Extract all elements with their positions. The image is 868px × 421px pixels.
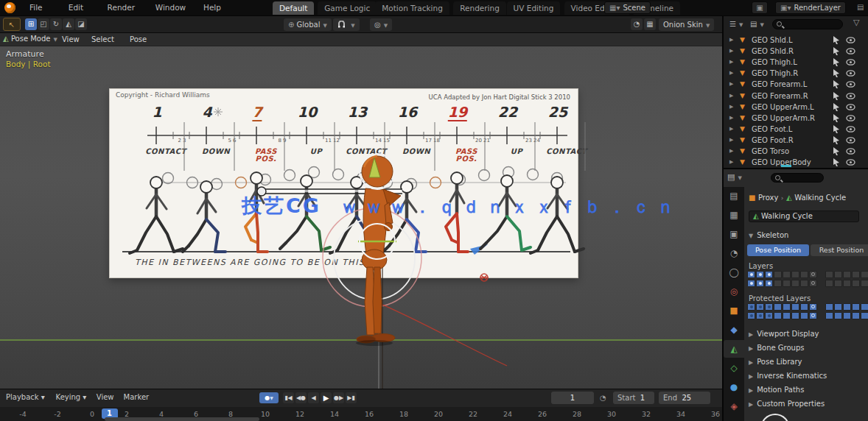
expand-icon[interactable]: ▶ xyxy=(729,113,733,124)
layer-cell[interactable] xyxy=(825,303,833,311)
layer-cell[interactable] xyxy=(747,271,755,278)
panel-motion-paths[interactable]: ▶Motion Paths xyxy=(749,386,804,394)
selectable-icon[interactable] xyxy=(833,147,841,155)
selectable-icon[interactable] xyxy=(833,103,841,111)
layer-cell[interactable] xyxy=(809,280,817,287)
outliner-row[interactable]: ▶▼GEO Torso xyxy=(724,146,868,157)
visibility-icon[interactable] xyxy=(846,47,855,55)
properties-tab-scene[interactable]: ◯ xyxy=(724,263,744,281)
layer-cell[interactable] xyxy=(783,280,791,287)
layer-cell[interactable] xyxy=(834,303,842,311)
xray-toggle-icon[interactable]: ▦ xyxy=(644,18,656,30)
expand-icon[interactable]: ▶ xyxy=(729,79,733,90)
frame-start-field[interactable]: Start 1 xyxy=(613,392,654,404)
layer-cell[interactable] xyxy=(756,271,764,278)
layer-cell[interactable] xyxy=(774,312,782,319)
layer-cell[interactable] xyxy=(756,312,764,319)
layer-cell[interactable] xyxy=(756,280,764,287)
properties-tab-bone[interactable]: ◇ xyxy=(724,359,744,377)
outliner-row[interactable]: ▶▼GEO UpperArm.L xyxy=(724,102,868,113)
object-name[interactable]: GEO Forearm.R xyxy=(752,91,808,102)
layer-cell[interactable] xyxy=(852,280,860,287)
selectable-icon[interactable] xyxy=(833,158,841,166)
active-tool-icon[interactable]: ↖ xyxy=(3,18,21,31)
current-frame-field[interactable]: 1 xyxy=(551,392,594,404)
layer-cell[interactable] xyxy=(852,303,860,311)
outliner-filter-funnel-icon[interactable]: ▽ xyxy=(853,18,859,27)
timeline-menu-view[interactable]: View xyxy=(97,393,114,401)
panel-inverse-kinematics[interactable]: ▶Inverse Kinematics xyxy=(749,372,827,380)
timeline-menu-keying[interactable]: Keying ▾ xyxy=(56,393,87,401)
menu-help[interactable]: Help xyxy=(203,3,221,12)
timeline-scrollbar[interactable] xyxy=(105,417,259,421)
next-keyframe-button[interactable]: ●▶ xyxy=(333,392,344,403)
object-name[interactable]: GEO Foot.L xyxy=(752,124,792,135)
outliner-row[interactable]: ▶▼GEO Foot.L xyxy=(724,124,868,135)
object-name[interactable]: GEO Foot.R xyxy=(752,135,794,146)
workspace-tab-game-logic[interactable]: Game Logic xyxy=(318,1,377,15)
blender-logo-icon[interactable] xyxy=(4,2,15,13)
layer-cell[interactable] xyxy=(852,312,860,319)
breadcrumb-data[interactable]: Walking Cycle xyxy=(794,194,846,202)
layer-cell[interactable] xyxy=(843,312,851,319)
visibility-icon[interactable] xyxy=(846,158,855,166)
object-name[interactable]: GEO Thigh.L xyxy=(752,57,797,68)
object-name[interactable]: GEO UpperArm.R xyxy=(752,113,815,124)
tool-button-2[interactable]: ↻ xyxy=(50,18,62,30)
menu-render[interactable]: Render xyxy=(108,3,135,12)
properties-tab-object-data[interactable]: ◭ xyxy=(724,340,744,358)
layer-cell[interactable] xyxy=(774,303,782,311)
layer-cell[interactable] xyxy=(809,303,817,311)
viewport-menu-select[interactable]: Select xyxy=(91,35,114,43)
layer-cell[interactable] xyxy=(800,312,808,319)
visibility-icon[interactable] xyxy=(846,69,855,77)
visibility-icon[interactable] xyxy=(846,114,855,122)
selectable-icon[interactable] xyxy=(833,47,841,55)
proportional-editing-dropdown[interactable]: ◎▼ xyxy=(370,18,392,31)
visibility-icon[interactable] xyxy=(846,80,855,88)
layer-cell[interactable] xyxy=(774,271,782,278)
layer-cell[interactable] xyxy=(765,312,773,319)
layer-cell[interactable] xyxy=(825,312,833,319)
object-name[interactable]: GEO Thigh.R xyxy=(752,68,798,79)
layer-cell[interactable] xyxy=(825,280,833,287)
layer-cell[interactable] xyxy=(747,280,755,287)
expand-icon[interactable]: ▶ xyxy=(729,68,733,79)
viewport-menu-view[interactable]: View xyxy=(62,35,80,43)
layer-cell[interactable] xyxy=(834,280,842,287)
expand-icon[interactable]: ▶ xyxy=(729,46,733,57)
outliner-display-mode-dropdown[interactable]: ▤▼ xyxy=(750,19,768,30)
rest-position-button[interactable]: Rest Position xyxy=(811,244,868,256)
properties-search-input[interactable] xyxy=(771,173,824,183)
properties-tab-output[interactable]: ▣ xyxy=(724,225,744,243)
visibility-icon[interactable] xyxy=(846,92,855,100)
outliner-row[interactable]: ▶▼GEO UpperBody xyxy=(724,157,868,168)
snapping-dropdown[interactable]: ▼ xyxy=(333,18,360,31)
properties-tab-material[interactable]: ◈ xyxy=(724,397,744,415)
timeline-menu-playback[interactable]: Playback ▾ xyxy=(6,393,45,401)
timeline-menu-marker[interactable]: Marker xyxy=(124,393,150,401)
panel-bone-groups[interactable]: ▶Bone Groups xyxy=(749,344,804,352)
layer-cell[interactable] xyxy=(800,280,808,287)
outliner-row[interactable]: ▶▼GEO Forearm.L xyxy=(724,79,868,90)
window-icon[interactable]: ▣ xyxy=(752,1,768,14)
selectable-icon[interactable] xyxy=(833,92,841,100)
outliner-row[interactable]: ▶▼GEO Shld.R xyxy=(724,46,868,57)
visibility-icon[interactable] xyxy=(846,147,855,155)
layer-cell[interactable] xyxy=(809,312,817,319)
outliner-row[interactable]: ▶▼GEO UpperArm.R xyxy=(724,113,868,124)
workspace-tab-rendering[interactable]: Rendering xyxy=(453,1,506,15)
view-layer-selector[interactable]: ▣▾RenderLayer xyxy=(775,1,846,14)
properties-tab-view-layer[interactable]: ◔ xyxy=(724,244,744,262)
properties-tab-constraints[interactable]: ● xyxy=(724,378,744,396)
visibility-icon[interactable] xyxy=(846,136,855,144)
mode-dropdown[interactable]: ◭ Pose Mode▼ xyxy=(3,35,57,45)
workspace-tab-motion-tracking[interactable]: Motion Tracking xyxy=(375,1,449,15)
layer-cell[interactable] xyxy=(791,303,799,311)
expand-icon[interactable]: ▶ xyxy=(729,91,733,102)
layer-cell[interactable] xyxy=(861,280,868,287)
object-name[interactable]: GEO UpperArm.L xyxy=(752,102,814,113)
outliner-row[interactable]: ▶▼GEO Forearm.R xyxy=(724,91,868,102)
selectable-icon[interactable] xyxy=(833,69,841,77)
layer-cell[interactable] xyxy=(765,303,773,311)
